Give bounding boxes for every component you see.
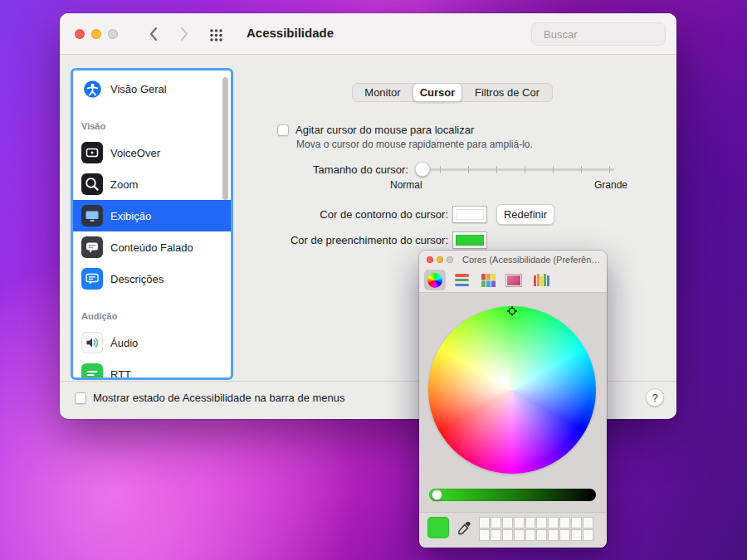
swatch-cell[interactable]: [548, 529, 559, 541]
sidebar-item-label: RTT: [110, 368, 131, 378]
shake-cursor-label: Agitar cursor do mouse para localizar: [295, 124, 474, 136]
cursor-outline-color-well[interactable]: [452, 206, 487, 223]
back-button[interactable]: [143, 24, 163, 44]
cursor-size-label: Tamanho do cursor:: [242, 163, 408, 176]
swatch-cell[interactable]: [559, 529, 570, 541]
slider-tick: [553, 166, 554, 173]
window-title: Acessibilidade: [247, 26, 334, 40]
zoom-button: [108, 29, 118, 39]
cursor-fill-color-well[interactable]: [452, 231, 487, 249]
spoken-content-icon: [81, 236, 103, 258]
slider-tick: [609, 166, 610, 173]
colors-panel-footer: [419, 512, 607, 548]
swatch-cell[interactable]: [514, 529, 525, 541]
swatch-cell[interactable]: [536, 517, 547, 528]
audio-icon: [81, 332, 103, 353]
fill-color-swatch: [456, 235, 484, 246]
color-wheel-icon: [427, 273, 442, 288]
show-all-preferences-button[interactable]: [208, 27, 224, 43]
sidebar-item-label: Descrições: [110, 273, 164, 285]
slider-tick: [496, 166, 497, 173]
pencils-mode-button[interactable]: [530, 270, 552, 290]
swatch-cell[interactable]: [514, 517, 525, 528]
sidebar-item-label: VoiceOver: [110, 147, 160, 159]
section-label: Audição: [81, 311, 117, 321]
swatch-cell[interactable]: [525, 517, 536, 528]
sidebar-item-rtt[interactable]: RTT: [73, 358, 231, 377]
color-wheel[interactable]: [428, 306, 596, 474]
swatch-cell[interactable]: [548, 517, 559, 528]
sidebar-item-label: Visão Geral: [110, 83, 167, 95]
swatch-cell[interactable]: [491, 529, 501, 541]
swatch-cell[interactable]: [583, 529, 593, 541]
accessibility-overview-icon: [81, 78, 103, 100]
panel-minimize-button[interactable]: [437, 256, 443, 263]
colors-panel-header: Cores (Acessibilidade (Preferên…: [419, 251, 607, 293]
pencils-icon: [534, 274, 549, 286]
sidebar-item-visao-geral[interactable]: Visão Geral: [73, 73, 231, 105]
slider-tick: [525, 166, 525, 173]
search-field[interactable]: [531, 22, 666, 46]
minimize-button[interactable]: [91, 29, 101, 39]
sidebar-scrollbar[interactable]: [222, 77, 228, 200]
tab-filtros-de-cor[interactable]: Filtros de Cor: [462, 84, 552, 101]
sidebar-item-zoom[interactable]: Zoom: [73, 168, 231, 200]
search-input[interactable]: [544, 28, 676, 41]
rtt-icon: [81, 363, 103, 377]
show-accessibility-status-checkbox[interactable]: [75, 392, 86, 404]
sidebar-item-audio[interactable]: Áudio: [73, 327, 231, 358]
tab-cursor[interactable]: Cursor: [413, 83, 462, 102]
sidebar-section-visao: Visão: [73, 105, 231, 137]
sidebar-item-label: Conteúdo Falado: [110, 241, 193, 254]
eyedropper-icon: [456, 519, 473, 536]
display-icon: [81, 205, 103, 226]
swatch-cell[interactable]: [559, 517, 570, 528]
chevron-right-icon: [180, 27, 189, 41]
sidebar-item-conteudo-falado[interactable]: Conteúdo Falado: [73, 231, 231, 263]
swatch-cell[interactable]: [571, 529, 582, 541]
view-tabs: Monitor Cursor Filtros de Cor: [352, 83, 553, 102]
color-sliders-mode-button[interactable]: [451, 270, 472, 290]
swatch-grid[interactable]: [479, 517, 593, 541]
panel-zoom-button: [447, 256, 453, 263]
swatch-cell[interactable]: [479, 517, 490, 528]
sidebar-item-exibicao[interactable]: Exibição: [73, 200, 231, 231]
brightness-slider[interactable]: [429, 489, 596, 501]
zoom-magnifier-icon: [81, 173, 103, 195]
sidebar: Visão Geral Visão VoiceOver: [73, 71, 231, 377]
sidebar-item-label: Zoom: [110, 178, 138, 191]
swatch-cell[interactable]: [502, 529, 513, 541]
sidebar-item-voiceover[interactable]: VoiceOver: [73, 137, 231, 168]
swatch-cell[interactable]: [491, 517, 501, 528]
cursor-size-min-label: Normal: [390, 179, 422, 191]
color-wheel-selection-marker[interactable]: [507, 306, 517, 316]
sidebar-item-label: Áudio: [110, 337, 138, 349]
sidebar-item-label: Exibição: [110, 210, 151, 222]
help-button[interactable]: ?: [646, 388, 664, 407]
reset-button[interactable]: Redefinir: [496, 204, 554, 225]
cursor-size-max-label: Grande: [594, 179, 627, 191]
sidebar-item-descricoes[interactable]: Descrições: [73, 263, 231, 295]
swatch-cell[interactable]: [536, 529, 547, 541]
color-wheel-mode-button[interactable]: [424, 270, 446, 290]
swatch-cell[interactable]: [583, 517, 593, 528]
shake-cursor-checkbox[interactable]: [277, 124, 289, 136]
tab-monitor[interactable]: Monitor: [353, 84, 413, 101]
swatch-cell[interactable]: [479, 529, 490, 541]
forward-button[interactable]: [174, 24, 194, 44]
outline-color-swatch: [456, 209, 484, 220]
slider-knob[interactable]: [415, 162, 430, 177]
close-button[interactable]: [75, 29, 85, 39]
swatch-cell[interactable]: [525, 529, 536, 541]
swatch-cell[interactable]: [571, 517, 582, 528]
slider-tick: [468, 166, 469, 173]
brightness-slider-knob[interactable]: [432, 489, 442, 500]
color-palettes-mode-button[interactable]: [477, 270, 499, 290]
panel-close-button[interactable]: [427, 256, 433, 263]
selected-color-swatch[interactable]: [427, 517, 449, 538]
eyedropper-button[interactable]: [454, 517, 476, 538]
swatch-cell[interactable]: [502, 517, 513, 528]
image-palettes-icon: [506, 275, 521, 286]
image-palettes-mode-button[interactable]: [503, 270, 525, 290]
cursor-size-slider[interactable]: [415, 162, 614, 177]
